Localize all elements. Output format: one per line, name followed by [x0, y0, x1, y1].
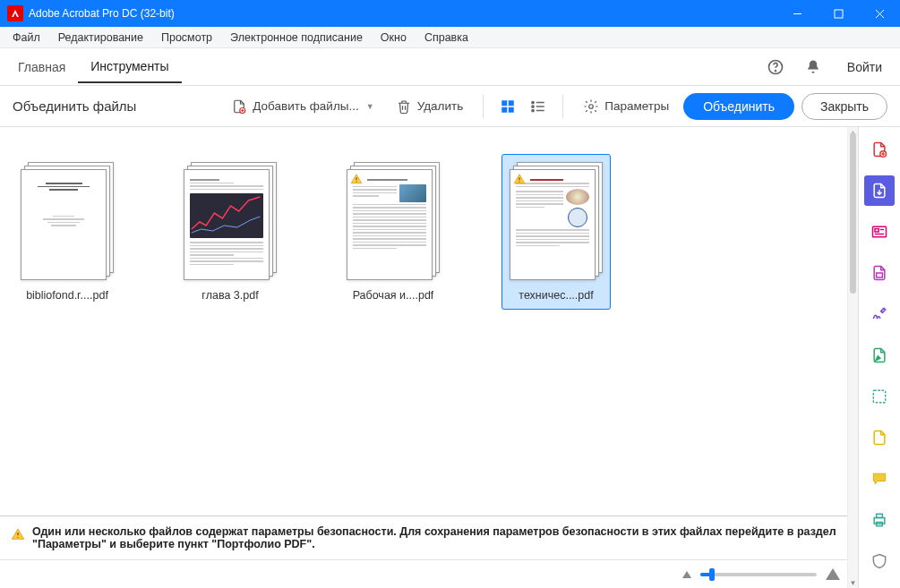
warning-icon — [350, 173, 363, 185]
help-icon[interactable] — [763, 55, 788, 80]
thumbnail-small-icon[interactable] — [682, 571, 691, 578]
thumbnail-size-slider[interactable] — [700, 573, 817, 576]
file-thumbnail — [21, 162, 114, 280]
scrollbar-thumb[interactable] — [850, 132, 856, 294]
svg-rect-9 — [501, 107, 507, 112]
maximize-button[interactable] — [818, 0, 859, 27]
svg-point-19 — [356, 181, 356, 182]
toolbar: Объединить файлы Добавить файлы... ▼ Уда… — [0, 86, 900, 127]
window-title: Adobe Acrobat Pro DC (32-bit) — [29, 7, 175, 20]
file-card[interactable]: глава 3.pdf — [176, 154, 285, 310]
protect-icon[interactable] — [864, 381, 895, 412]
files-area: bibliofond.r....pdf — [0, 127, 859, 588]
warning-icon — [11, 527, 25, 544]
scroll-down-icon[interactable]: ▼ — [848, 577, 858, 588]
menu-edit[interactable]: Редактирование — [49, 29, 152, 47]
close-button[interactable] — [859, 0, 900, 27]
add-files-label: Добавить файлы... — [253, 99, 358, 113]
svg-point-5 — [775, 70, 776, 71]
delete-label: Удалить — [417, 99, 464, 113]
svg-rect-32 — [877, 514, 883, 517]
add-files-button[interactable]: Добавить файлы... ▼ — [224, 94, 381, 119]
options-button[interactable]: Параметры — [576, 94, 676, 119]
file-name: Рабочая и....pdf — [353, 289, 434, 302]
tab-tools[interactable]: Инструменты — [78, 50, 181, 83]
tabs-row: Главная Инструменты Войти — [0, 48, 900, 86]
menu-esign[interactable]: Электронное подписание — [221, 29, 372, 47]
app-logo — [7, 5, 23, 21]
sign-icon[interactable] — [864, 299, 895, 329]
chevron-down-icon: ▼ — [366, 102, 374, 111]
menu-help[interactable]: Справка — [416, 29, 477, 47]
separator — [483, 95, 484, 118]
menu-view[interactable]: Просмотр — [152, 29, 221, 47]
vertical-scrollbar[interactable]: ▲ ▼ — [847, 127, 858, 588]
file-thumbnail — [510, 162, 603, 280]
organize-icon[interactable] — [864, 258, 895, 288]
page-title: Объединить файлы — [13, 98, 136, 114]
delete-button[interactable]: Удалить — [389, 94, 471, 119]
svg-point-17 — [589, 104, 594, 108]
menubar: Файл Редактирование Просмотр Электронное… — [0, 27, 900, 48]
shield-icon[interactable] — [864, 546, 895, 576]
menu-file[interactable]: Файл — [4, 29, 49, 47]
file-name: bibliofond.r....pdf — [26, 289, 108, 302]
svg-rect-30 — [873, 390, 885, 402]
grid-view-button[interactable] — [496, 95, 519, 118]
main-area: bibliofond.r....pdf — [0, 127, 900, 588]
file-thumbnail — [347, 162, 440, 280]
svg-rect-10 — [509, 107, 514, 112]
separator — [562, 95, 563, 118]
svg-point-13 — [532, 105, 534, 107]
print-icon[interactable] — [864, 505, 895, 535]
comment-icon[interactable] — [864, 464, 895, 494]
warning-text: Один или несколько файлов содержат парам… — [32, 525, 847, 550]
warning-icon — [513, 173, 526, 185]
svg-rect-26 — [875, 229, 879, 232]
file-card[interactable]: техничес....pdf — [501, 154, 611, 310]
redact-icon[interactable] — [864, 340, 895, 371]
thumbnail-large-icon[interactable] — [826, 568, 840, 580]
svg-point-15 — [532, 109, 534, 111]
file-card[interactable]: Рабочая и....pdf — [339, 154, 448, 310]
file-name: техничес....pdf — [519, 289, 593, 302]
svg-rect-7 — [501, 100, 507, 106]
svg-rect-1 — [835, 10, 843, 18]
minimize-button[interactable] — [776, 0, 818, 27]
svg-point-23 — [17, 537, 18, 538]
file-card[interactable]: bibliofond.r....pdf — [13, 154, 122, 310]
signin-button[interactable]: Войти — [838, 56, 891, 78]
edit-pdf-icon[interactable] — [864, 217, 895, 247]
file-name: глава 3.pdf — [201, 289, 258, 302]
combine-button[interactable]: Объединить — [683, 93, 794, 120]
stamp-icon[interactable] — [864, 422, 895, 453]
titlebar: Adobe Acrobat Pro DC (32-bit) — [0, 0, 900, 27]
close-panel-button[interactable]: Закрыть — [801, 93, 887, 120]
files-grid[interactable]: bibliofond.r....pdf — [0, 127, 858, 516]
zoom-footer — [0, 559, 858, 588]
right-rail — [859, 127, 900, 588]
svg-point-11 — [532, 101, 534, 103]
svg-rect-29 — [877, 273, 883, 277]
tab-home[interactable]: Главная — [5, 51, 78, 82]
file-thumbnail — [184, 162, 277, 280]
warning-banner: Один или несколько файлов содержат парам… — [0, 516, 858, 559]
svg-point-21 — [519, 181, 519, 182]
menu-window[interactable]: Окно — [372, 29, 416, 47]
export-pdf-icon[interactable] — [864, 175, 895, 206]
list-view-button[interactable] — [527, 95, 550, 118]
create-pdf-icon[interactable] — [864, 134, 895, 165]
options-label: Параметры — [604, 99, 669, 113]
bell-icon[interactable] — [801, 55, 826, 80]
svg-rect-8 — [509, 100, 514, 106]
